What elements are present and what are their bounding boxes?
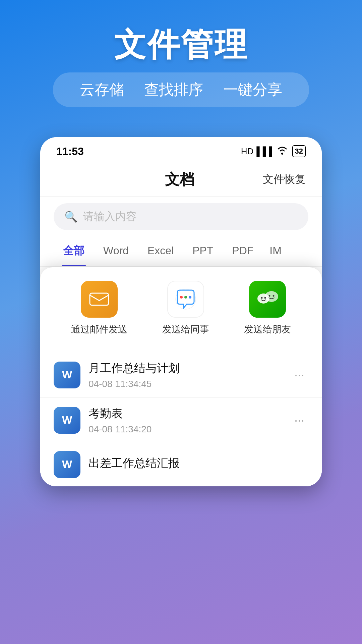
file-info: 考勤表 04-08 11:34:20 (88, 406, 282, 435)
wechat-share-icon (249, 281, 286, 318)
tab-pdf[interactable]: PDF (223, 236, 263, 265)
tab-all[interactable]: 全部 (54, 235, 94, 266)
file-date: 04-08 11:34:20 (88, 424, 282, 435)
tab-bar: 全部 Word Excel PPT PDF IM (40, 235, 322, 267)
file-icon-word: W (54, 407, 80, 434)
tab-excel[interactable]: Excel (138, 236, 183, 265)
share-popup-overlay: 通过邮件发送 发送给同事 (40, 267, 322, 486)
svg-point-3 (180, 296, 183, 299)
feature-share: 一键分享 (223, 80, 282, 100)
file-more-button[interactable]: ··· (290, 411, 308, 430)
tab-ppt[interactable]: PPT (183, 236, 223, 265)
status-time: 11:53 (56, 145, 84, 158)
file-item[interactable]: W 出差工作总结汇报 (40, 443, 322, 486)
svg-point-11 (273, 295, 275, 297)
search-container: 🔍 请输入内容 (40, 197, 322, 235)
share-options: 通过邮件发送 发送给同事 (54, 281, 308, 336)
svg-point-9 (264, 297, 266, 299)
wechat-share-label: 发送给朋友 (244, 323, 291, 336)
svg-point-5 (189, 296, 191, 299)
file-recovery-button[interactable]: 文件恢复 (263, 172, 306, 187)
svg-point-10 (269, 295, 270, 297)
search-input[interactable]: 请输入内容 (83, 209, 137, 224)
search-icon: 🔍 (64, 210, 78, 223)
file-name: 月工作总结与计划 (88, 361, 282, 376)
svg-point-4 (184, 296, 187, 299)
file-info: 出差工作总结汇报 (88, 455, 308, 474)
wifi-icon (276, 146, 288, 157)
feature-search: 查找排序 (144, 80, 203, 100)
file-icon-word: W (54, 451, 80, 478)
sub-features: 云存储 查找排序 一键分享 (53, 72, 309, 107)
share-popup: 通过邮件发送 发送给同事 (40, 267, 322, 353)
header-area: 文件管理 云存储 查找排序 一键分享 (0, 0, 362, 124)
search-bar[interactable]: 🔍 请输入内容 (54, 203, 308, 230)
share-option-email[interactable]: 通过邮件发送 (71, 281, 127, 336)
colleague-share-icon (167, 281, 204, 318)
feature-cloud: 云存储 (80, 80, 124, 100)
colleague-share-label: 发送给同事 (162, 323, 209, 336)
file-item[interactable]: W 月工作总结与计划 04-08 11:34:45 ··· (40, 353, 322, 398)
svg-point-7 (265, 291, 278, 302)
battery-icon: 32 (292, 145, 306, 157)
file-name: 考勤表 (88, 406, 282, 421)
svg-point-8 (261, 297, 263, 299)
svg-point-2 (176, 289, 196, 309)
file-name: 出差工作总结汇报 (88, 455, 308, 471)
status-bar: 11:53 HD▐▐▐ 32 (40, 137, 322, 163)
phone-mockup: 11:53 HD▐▐▐ 32 文档 文件恢复 🔍 请输入内容 (40, 137, 322, 486)
email-share-label: 通过邮件发送 (71, 323, 127, 336)
status-icons: HD▐▐▐ 32 (241, 145, 306, 157)
file-list-below: W 月工作总结与计划 04-08 11:34:45 ··· W 考勤表 04-0… (40, 353, 322, 486)
file-icon-word: W (54, 362, 80, 388)
file-more-button[interactable]: ··· (290, 365, 308, 385)
app-header: 文档 文件恢复 (40, 163, 322, 197)
svg-rect-1 (90, 293, 109, 305)
svg-point-0 (281, 153, 283, 155)
main-title: 文件管理 (13, 27, 349, 62)
file-item[interactable]: W 考勤表 04-08 11:34:20 ··· (40, 398, 322, 443)
app-title: 文档 (97, 170, 263, 190)
email-share-icon (81, 281, 118, 318)
share-option-wechat[interactable]: 发送给朋友 (244, 281, 291, 336)
tab-im[interactable]: IM (263, 236, 288, 265)
signal-icon: HD▐▐▐ (241, 146, 272, 157)
share-option-colleague[interactable]: 发送给同事 (162, 281, 209, 336)
file-date: 04-08 11:34:45 (88, 379, 282, 389)
tab-word[interactable]: Word (94, 236, 138, 265)
file-info: 月工作总结与计划 04-08 11:34:45 (88, 361, 282, 389)
